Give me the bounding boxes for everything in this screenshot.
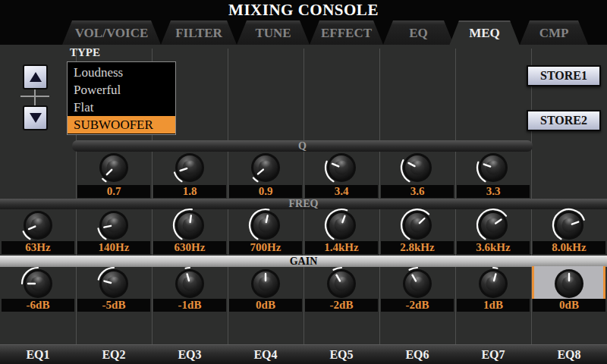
- q-value-eq5: 3.4: [305, 185, 378, 198]
- freq-knob-eq6[interactable]: [396, 207, 439, 243]
- freq-row-header: FREQ: [0, 199, 607, 209]
- column-divider: [455, 49, 456, 344]
- band-label-bar: EQ1EQ2EQ3EQ4EQ5EQ6EQ7EQ8: [0, 344, 607, 364]
- tab-tune[interactable]: TUNE: [237, 20, 310, 45]
- type-label: TYPE: [70, 46, 100, 59]
- gain-knob-eq4[interactable]: [244, 265, 287, 302]
- q-knob-eq6[interactable]: [396, 149, 439, 186]
- type-option-flat[interactable]: Flat: [68, 99, 175, 116]
- store1-button[interactable]: STORE1: [527, 65, 601, 86]
- q-knob-eq4[interactable]: [244, 149, 287, 186]
- q-knob-eq2[interactable]: [93, 149, 135, 186]
- freq-knob-eq3[interactable]: [168, 207, 211, 243]
- store2-button[interactable]: STORE2: [527, 110, 601, 131]
- q-knob-eq3[interactable]: [168, 149, 211, 186]
- tab-meq[interactable]: MEQ: [449, 20, 520, 46]
- freq-knob-eq5[interactable]: [320, 207, 363, 243]
- gain-knob-eq1[interactable]: [17, 265, 59, 302]
- band-label-eq6: EQ6: [379, 345, 455, 364]
- freq-knob-eq2[interactable]: [93, 207, 135, 243]
- q-knob-eq7[interactable]: [472, 149, 514, 186]
- gain-row-header: GAIN: [0, 256, 607, 267]
- type-option-powerful[interactable]: Powerful: [68, 81, 175, 99]
- tab-vol-voice[interactable]: VOL/VOICE: [62, 20, 161, 45]
- tab-filter[interactable]: FILTER: [161, 20, 237, 45]
- mixing-console-screen: MIXING CONSOLE VOL/VOICEFILTERTUNEEFFECT…: [0, 0, 607, 364]
- tab-eq[interactable]: EQ: [383, 20, 454, 45]
- gain-knob-eq6[interactable]: [396, 265, 439, 302]
- q-value-eq7: 3.3: [457, 185, 530, 198]
- band-label-eq5: EQ5: [304, 345, 379, 364]
- type-option-subwoofer[interactable]: SUBWOOFER: [68, 116, 175, 133]
- tab-cmp[interactable]: CMP: [520, 20, 588, 45]
- scroll-up-button[interactable]: [23, 64, 48, 89]
- q-row-header: Q: [72, 140, 533, 152]
- tab-effect[interactable]: EFFECT: [310, 20, 383, 45]
- gain-knob-eq2[interactable]: [93, 265, 135, 302]
- top-bar: MIXING CONSOLE VOL/VOICEFILTERTUNEEFFECT…: [0, 0, 607, 45]
- scroll-down-button[interactable]: [23, 105, 48, 130]
- connector-line-vertical: [34, 89, 36, 106]
- page-title: MIXING CONSOLE: [0, 0, 607, 20]
- type-option-loudness[interactable]: Loudness: [68, 64, 175, 81]
- gain-knob-eq8[interactable]: [548, 265, 590, 302]
- band-label-eq2: EQ2: [76, 345, 152, 364]
- band-label-eq7: EQ7: [455, 345, 531, 364]
- q-value-eq3: 1.8: [153, 185, 226, 198]
- freq-knob-eq7[interactable]: [472, 207, 514, 243]
- column-divider: [304, 49, 304, 344]
- band-label-eq1: EQ1: [0, 345, 76, 364]
- q-value-eq6: 3.6: [381, 185, 454, 198]
- freq-knob-eq8[interactable]: [548, 207, 590, 243]
- gain-knob-eq7[interactable]: [472, 265, 514, 302]
- q-knob-eq5[interactable]: [320, 149, 363, 186]
- band-label-eq4: EQ4: [228, 345, 304, 364]
- column-divider: [379, 49, 380, 344]
- band-label-eq8: EQ8: [531, 345, 607, 364]
- freq-knob-eq4[interactable]: [244, 207, 287, 243]
- freq-knob-eq1[interactable]: [17, 207, 59, 243]
- gain-knob-eq5[interactable]: [320, 265, 363, 302]
- gain-knob-eq3[interactable]: [168, 265, 211, 302]
- column-divider: [531, 49, 532, 344]
- column-divider: [228, 49, 228, 344]
- down-triangle-icon: [30, 113, 42, 123]
- up-triangle-icon: [30, 72, 42, 82]
- type-dropdown: LoudnessPowerfulFlatSUBWOOFER: [67, 61, 176, 135]
- q-value-eq2: 0.7: [77, 185, 150, 198]
- q-value-eq4: 0.9: [229, 185, 302, 198]
- band-label-eq3: EQ3: [152, 345, 228, 364]
